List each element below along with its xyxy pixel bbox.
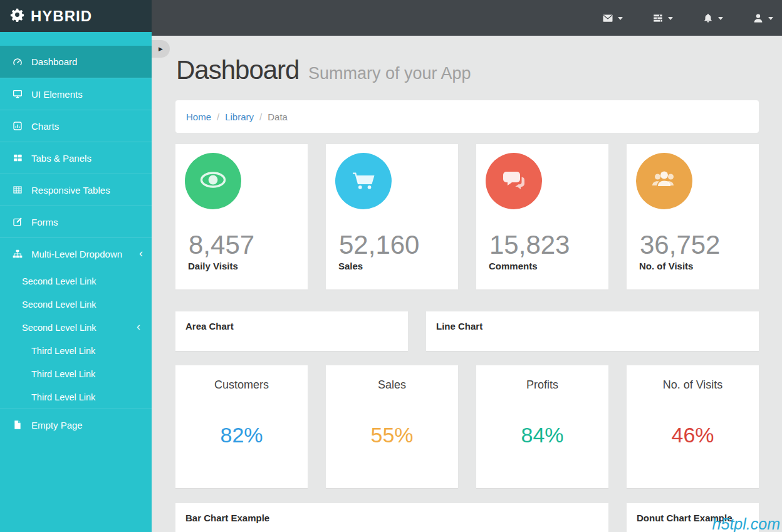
percent-title: No. of Visits	[627, 378, 759, 392]
chevron-left-icon: ‹	[137, 321, 140, 334]
caret-down-icon	[718, 17, 723, 23]
stat-circle	[636, 153, 692, 209]
percent-value: 55%	[326, 423, 458, 447]
sidebar-item-label: Second Level Link	[22, 276, 96, 286]
stat-label: Comments	[489, 261, 538, 271]
panel-title: Line Chart	[426, 311, 759, 331]
gauge-icon	[13, 57, 23, 67]
eye-icon	[198, 165, 228, 197]
sidebar-item-label: Charts	[31, 121, 59, 132]
sidebar-collapse-button[interactable]: ▶	[152, 40, 170, 58]
percent-title: Sales	[326, 378, 458, 392]
chevron-left-icon: ‹	[139, 248, 143, 261]
gear-icon	[10, 8, 31, 24]
breadcrumb-separator: /	[259, 112, 262, 122]
bell-icon	[702, 13, 714, 24]
sidebar-item-label: Second Level Link	[22, 300, 96, 310]
sidebar-item-label: Tabs & Panels	[31, 153, 91, 164]
breadcrumb: Home / Library / Data	[175, 100, 759, 133]
sidebar-item-responsive-tables[interactable]: Responsive Tables	[0, 174, 152, 206]
sidebar-item-ui-elements[interactable]: UI Elements	[0, 78, 152, 110]
tasks-icon	[652, 13, 664, 24]
brand-logo[interactable]: HYBRID	[0, 0, 152, 32]
app-window: HYBRID	[0, 0, 782, 532]
percent-value: 82%	[175, 423, 308, 447]
line-chart-panel: Line Chart	[426, 311, 759, 351]
user-dropdown[interactable]	[753, 13, 773, 24]
stat-value: 36,752	[640, 232, 720, 258]
sidebar-item-label: Responsive Tables	[31, 185, 110, 196]
sidebar-subitem-third-level-3[interactable]: Third Level Link	[0, 385, 152, 409]
desktop-icon	[13, 89, 23, 99]
sidebar-subitem-second-level-1[interactable]: Second Level Link	[0, 269, 152, 293]
stat-value: 15,823	[489, 232, 570, 258]
breadcrumb-home-link[interactable]: Home	[186, 112, 211, 122]
notifications-dropdown[interactable]	[702, 13, 723, 24]
cart-icon	[348, 165, 378, 197]
arrow-right-icon: ▶	[159, 46, 163, 52]
watermark-link[interactable]: h5tpl.com	[712, 515, 780, 532]
percent-card-no-of-visits: No. of Visits 46%	[627, 365, 759, 488]
sidebar-item-tabs-panels[interactable]: Tabs & Panels	[0, 142, 152, 174]
stat-card-daily-visits: 8,457 Daily Visits	[175, 144, 308, 289]
bar-chart-icon	[13, 121, 23, 131]
brand-name: HYBRID	[31, 8, 92, 25]
comments-icon	[499, 165, 529, 197]
sidebar-item-label: Forms	[31, 217, 58, 227]
stat-label: Sales	[338, 261, 363, 271]
sidebar-item-label: Third Level Link	[31, 369, 95, 379]
sidebar-menu: Dashboard UI Elements Charts Tabs & Pane…	[0, 46, 152, 441]
sidebar-subitem-second-level-3[interactable]: Second Level Link ‹	[0, 316, 152, 339]
stat-card-no-of-visits: 36,752 No. of Visits	[627, 144, 759, 289]
sidebar-item-multi-level-dropdown[interactable]: Multi-Level Dropdown ‹	[0, 237, 152, 269]
percent-title: Customers	[175, 378, 308, 392]
percent-value: 46%	[627, 423, 759, 447]
stat-label: Daily Visits	[188, 261, 238, 271]
page-header: Dashboard Summary of your App	[176, 55, 471, 85]
sidebar-item-label: Empty Page	[31, 420, 83, 430]
sidebar-item-empty-page[interactable]: Empty Page	[0, 409, 152, 441]
breadcrumb-current: Data	[268, 112, 288, 122]
sidebar-item-label: Second Level Link	[22, 323, 96, 333]
percent-title: Profits	[476, 378, 608, 392]
stat-circle	[335, 153, 392, 209]
stat-value: 52,160	[339, 232, 419, 258]
sidebar-item-label: Third Level Link	[31, 392, 95, 402]
messages-dropdown[interactable]	[602, 13, 623, 24]
tasks-dropdown[interactable]	[652, 13, 673, 24]
sidebar: Dashboard UI Elements Charts Tabs & Pane…	[0, 32, 152, 532]
sidebar-item-label: Multi-Level Dropdown	[31, 249, 122, 259]
sidebar-item-label: UI Elements	[31, 89, 83, 100]
stat-circle	[185, 153, 241, 209]
sidebar-subitem-second-level-2[interactable]: Second Level Link	[0, 293, 152, 316]
topnav	[602, 0, 773, 36]
sidebar-subitem-third-level-2[interactable]: Third Level Link	[0, 362, 152, 385]
stats-row: 8,457 Daily Visits 52,160 Sales 15,823 C…	[175, 144, 759, 289]
sidebar-item-charts[interactable]: Charts	[0, 110, 152, 142]
edit-icon	[13, 217, 23, 227]
grid-icon	[13, 153, 23, 163]
file-icon	[13, 420, 23, 430]
sidebar-item-forms[interactable]: Forms	[0, 206, 152, 237]
user-icon	[753, 13, 764, 24]
breadcrumb-separator: /	[217, 112, 219, 122]
breadcrumb-library-link[interactable]: Library	[225, 112, 254, 122]
panel-title: Bar Chart Example	[175, 503, 608, 523]
sidebar-subitem-third-level-1[interactable]: Third Level Link	[0, 339, 152, 362]
sidebar-item-label: Third Level Link	[31, 346, 95, 356]
sidebar-item-dashboard[interactable]: Dashboard	[0, 46, 152, 78]
caret-down-icon	[668, 17, 673, 23]
page-subtitle: Summary of your App	[308, 64, 471, 83]
percent-card-sales: Sales 55%	[326, 365, 458, 488]
bar-chart-panel: Bar Chart Example	[175, 503, 608, 532]
stat-value: 8,457	[189, 232, 254, 258]
caret-down-icon	[768, 17, 773, 23]
envelope-icon	[602, 13, 613, 24]
users-icon	[649, 165, 679, 197]
area-chart-panel: Area Chart	[175, 311, 408, 351]
stat-circle	[486, 153, 542, 209]
table-icon	[13, 185, 23, 195]
page-title: Dashboard	[176, 55, 299, 85]
stat-label: No. of Visits	[639, 261, 693, 271]
percent-card-profits: Profits 84%	[476, 365, 608, 488]
